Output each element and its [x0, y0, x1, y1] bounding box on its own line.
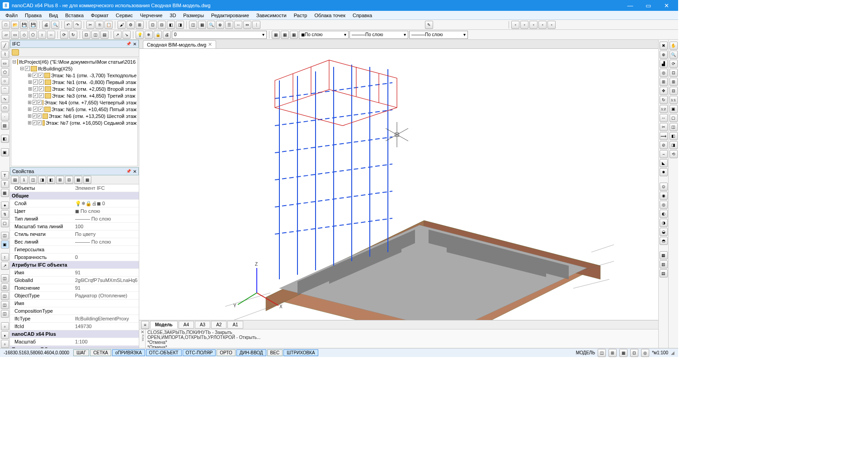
- checkbox[interactable]: ✓: [38, 120, 42, 125]
- tool-icon[interactable]: ⊞: [56, 176, 64, 184]
- checkbox[interactable]: ✓: [39, 86, 44, 91]
- tool-icon[interactable]: ▦: [281, 31, 289, 39]
- minimize-button[interactable]: —: [621, 2, 639, 9]
- match-icon[interactable]: 🖌: [118, 21, 126, 29]
- expand-icon[interactable]: ⊞: [28, 93, 32, 99]
- tool-icon[interactable]: ▢: [1, 219, 9, 227]
- menu-3d[interactable]: 3D: [166, 12, 179, 19]
- offset-icon[interactable]: ◎: [660, 69, 668, 77]
- break-icon[interactable]: ⊘: [660, 141, 668, 149]
- ifc-panel-header[interactable]: IFC 📌 ✕: [10, 40, 139, 48]
- tool-icon[interactable]: ▫: [520, 21, 528, 29]
- copy-icon[interactable]: ⎘: [95, 21, 104, 29]
- prop-val[interactable]: ——— По слою: [73, 239, 139, 244]
- select-icon[interactable]: ▱: [2, 31, 10, 39]
- resize-grip-icon[interactable]: ◢: [671, 350, 675, 355]
- expand-icon[interactable]: ⊞: [28, 120, 32, 126]
- paste-icon[interactable]: 📋: [104, 21, 113, 29]
- prop-val[interactable]: 2g6lCrqfP7suMXmSLnaHq6: [73, 277, 139, 283]
- prop-val[interactable]: 0: [73, 254, 139, 260]
- new-icon[interactable]: □: [2, 21, 10, 29]
- props-grid[interactable]: ОбъектыЭлемент IFC Общие Слой💡❄🔒🖨◼ 0 Цве…: [10, 184, 139, 348]
- layer-freeze-icon[interactable]: ❄: [145, 31, 153, 39]
- expand-icon[interactable]: ⊟: [12, 59, 16, 65]
- tree-storey-row[interactable]: ⊞✓✓Этаж: №3 (отм. +4,850) Третий этаж: [11, 92, 137, 99]
- tree-label[interactable]: Этаж: №1 (отм. -0,800) Первый этаж: [52, 80, 136, 85]
- rect-icon[interactable]: ▭: [1, 59, 9, 67]
- expand-icon[interactable]: ⊞: [28, 72, 32, 78]
- tool-icon[interactable]: ✦: [1, 202, 9, 210]
- expand-icon[interactable]: ⊞: [28, 99, 32, 105]
- menu-modify[interactable]: Редактирование: [208, 12, 253, 19]
- tool-icon[interactable]: ▫: [547, 21, 556, 29]
- folder-icon[interactable]: [12, 49, 19, 56]
- tool-icon[interactable]: ⚙: [127, 21, 135, 29]
- spline-icon[interactable]: ∿: [1, 95, 9, 103]
- tab-layout[interactable]: A4: [179, 321, 194, 329]
- tool-icon[interactable]: ↘: [123, 31, 131, 39]
- tool-icon[interactable]: ◨: [670, 141, 678, 149]
- close-button[interactable]: ✕: [657, 2, 675, 9]
- tool-icon[interactable]: ☰: [225, 21, 233, 29]
- prop-val[interactable]: ◼ По слою: [73, 208, 139, 214]
- prop-val[interactable]: 149730: [73, 324, 139, 329]
- layer-bulb-icon[interactable]: 💡: [136, 31, 144, 39]
- cut-icon[interactable]: ✂: [86, 21, 94, 29]
- print-icon[interactable]: 🖨: [42, 21, 50, 29]
- checkbox[interactable]: ✓: [33, 86, 38, 91]
- checkbox[interactable]: ✓: [39, 93, 44, 98]
- tree-storey-row[interactable]: ⊞✓✓Этаж: №6 (отм. +13,250) Шестой этаж: [11, 113, 137, 119]
- checkbox[interactable]: ✓: [33, 107, 38, 112]
- tool-icon[interactable]: ▤: [660, 269, 668, 277]
- mode-polar[interactable]: ОТС-ПОЛЯР: [183, 349, 216, 356]
- expand-icon[interactable]: ⊞: [28, 106, 32, 112]
- chamfer-icon[interactable]: ◣: [660, 159, 668, 167]
- tool-icon[interactable]: ⊞: [136, 21, 144, 29]
- tool-icon[interactable]: ▦: [74, 176, 82, 184]
- prop-val[interactable]: По цвету: [73, 231, 139, 237]
- tool-icon[interactable]: 🔍: [207, 21, 215, 29]
- menu-file[interactable]: Файл: [2, 12, 21, 19]
- tree-storey-row[interactable]: ⊞✓✓Этаж: №1 (отм. -0,800) Первый этаж: [11, 79, 137, 85]
- tool-icon[interactable]: ▦: [290, 31, 298, 39]
- color-combo[interactable]: ◼ По слою▾: [299, 31, 349, 39]
- menu-edit[interactable]: Правка: [21, 12, 45, 19]
- tree-storey-row[interactable]: ⊞✓✓Этаж: №2 (отм. +2,050) Второй этаж: [11, 85, 137, 92]
- preview-icon[interactable]: 🔍: [51, 21, 59, 29]
- stretch-icon[interactable]: ↔: [660, 114, 668, 122]
- checkbox[interactable]: ✓: [33, 73, 38, 78]
- props-panel-header[interactable]: Свойства 📌 ✕: [10, 167, 139, 175]
- tool-icon[interactable]: ⊟: [158, 21, 166, 29]
- tool-icon[interactable]: ◫: [1, 310, 9, 318]
- tree-label[interactable]: Этаж: №3 (отм. +4,850) Третий этаж: [52, 93, 135, 99]
- tab-layout[interactable]: A1: [227, 321, 243, 329]
- viewport[interactable]: Z X Y: [139, 49, 658, 320]
- move-icon[interactable]: ✥: [660, 87, 668, 95]
- tool-icon[interactable]: ↔: [234, 21, 242, 29]
- menu-raster[interactable]: Растр: [290, 12, 311, 19]
- tool-icon[interactable]: ▤: [11, 176, 19, 184]
- tool-icon[interactable]: ◫: [189, 21, 197, 29]
- prop-val[interactable]: 91: [73, 270, 139, 275]
- prop-val[interactable]: Радиатор (Отопление): [73, 293, 139, 298]
- tool-icon[interactable]: ◧: [47, 176, 55, 184]
- tool-icon[interactable]: ⬠: [29, 31, 37, 39]
- mode-snap[interactable]: ШАГ: [73, 349, 89, 356]
- menu-constraints[interactable]: Зависимости: [253, 12, 290, 19]
- tool-icon[interactable]: ◨: [38, 176, 46, 184]
- layer-lock-icon[interactable]: 🔒: [154, 31, 162, 39]
- arc-icon[interactable]: ⌒: [1, 86, 9, 94]
- expand-icon[interactable]: ⊟: [19, 66, 24, 71]
- mode-hatch[interactable]: ШТРИХОВКА: [283, 349, 318, 356]
- tool-icon[interactable]: ✎: [425, 21, 433, 29]
- prop-val[interactable]: IfcBuildingElementProxy: [73, 316, 139, 321]
- line-icon[interactable]: ╱: [1, 42, 9, 50]
- checkbox[interactable]: ✓: [39, 80, 44, 85]
- rotate-icon[interactable]: ↻: [660, 96, 668, 104]
- undo-icon[interactable]: ↶: [64, 21, 72, 29]
- tool-icon[interactable]: ◫: [1, 274, 9, 282]
- menu-insert[interactable]: Вставка: [61, 12, 87, 19]
- scale-11-text[interactable]: 1:1: [670, 96, 678, 104]
- circle-icon[interactable]: ○: [1, 77, 9, 85]
- tool-icon[interactable]: ↕: [38, 31, 46, 39]
